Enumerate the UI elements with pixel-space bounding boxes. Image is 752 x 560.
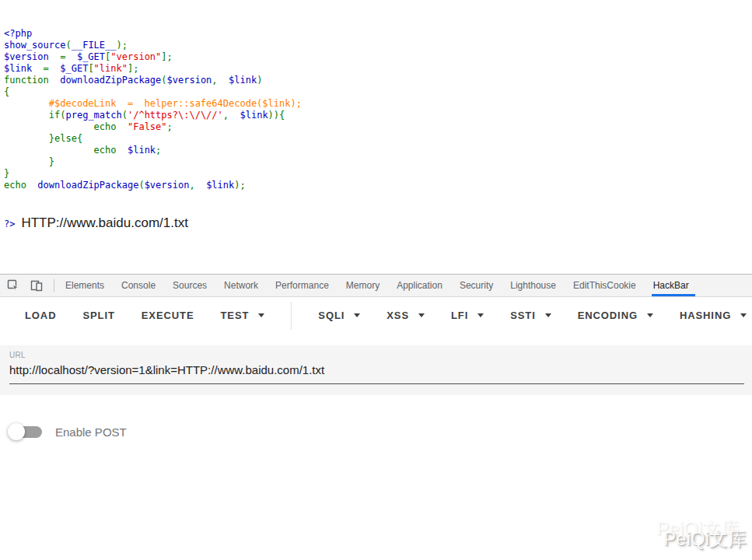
url-input[interactable]: http://localhost/?version=1&link=HTTP://… [9,360,744,384]
button-label: TEST [220,310,249,321]
hackbar-toolbar: LOADSPLITEXECUTETESTSQLIXSSLFISSTIENCODI… [0,297,752,345]
dropdown-caret-icon [418,313,425,317]
hashing-button[interactable]: HASHING [680,310,747,321]
php-code-line: function downloadZipPackage($version, $l… [4,75,752,86]
enable-post-row: Enable POST [8,422,752,441]
devtools-tabs: ElementsConsoleSourcesNetworkPerformance… [65,275,706,296]
tab-memory[interactable]: Memory [346,275,379,296]
dropdown-caret-icon [740,313,747,317]
button-label: LFI [451,310,468,321]
watermark: PeiQi文库 [663,527,747,551]
php-code-line: }else{ [4,133,752,145]
php-output-line: ?> HTTP://www.baidu.com/1.txt [4,217,752,230]
split-button[interactable]: SPLIT [82,310,114,321]
enable-post-toggle[interactable] [8,422,45,441]
tab-hackbar[interactable]: HackBar [653,275,689,296]
button-label: SSTI [510,310,536,321]
url-panel: URL http://localhost/?version=1&link=HTT… [0,345,752,395]
tabbar-separator [54,279,54,292]
dropdown-caret-icon [647,313,653,317]
lfi-button[interactable]: LFI [451,310,484,321]
dropdown-caret-icon [258,313,264,317]
echo-output-text: HTTP://www.baidu.com/1.txt [21,217,187,229]
php-source-view: <?phpshow_source(__FILE__);$version = $_… [0,0,752,274]
dropdown-caret-icon [477,313,484,317]
url-field-label: URL [9,351,744,359]
tab-network[interactable]: Network [224,275,258,296]
dropdown-caret-icon [545,313,551,317]
inspect-icon[interactable] [7,279,19,292]
php-code-line: { [4,86,752,98]
php-code-line: <?php [4,28,752,40]
devtools-panel: ElementsConsoleSourcesNetworkPerformance… [0,274,752,560]
php-code-line: $version = $_GET["version"]; [4,51,752,63]
ssti-button[interactable]: SSTI [510,310,551,321]
button-label: SPLIT [82,310,114,321]
php-code-line: show_source(__FILE__); [4,40,752,51]
php-code-line: } [4,156,752,168]
device-toolbar-icon[interactable] [30,279,43,292]
load-button[interactable]: LOAD [25,310,56,321]
php-close-tag: ?> [4,219,15,230]
tab-lighthouse[interactable]: Lighthouse [510,275,556,296]
php-code-line: } [4,168,752,180]
php-code-line: $link = $_GET["link"]; [4,63,752,75]
toggle-thumb [8,423,25,440]
tab-performance[interactable]: Performance [275,275,329,296]
toolbar-separator [291,302,292,330]
php-code-line: #$decodeLink = helper::safe64Decode($lin… [4,98,752,110]
devtools-tabbar: ElementsConsoleSourcesNetworkPerformance… [0,275,752,297]
tab-editthiscookie[interactable]: EditThisCookie [573,275,636,296]
button-label: HASHING [680,310,731,321]
php-code-block: <?phpshow_source(__FILE__);$version = $_… [4,28,752,191]
enable-post-label: Enable POST [55,425,127,439]
button-label: LOAD [25,310,56,321]
php-code-line: echo downloadZipPackage($version, $link)… [4,180,752,191]
xss-button[interactable]: XSS [386,310,425,321]
tab-application[interactable]: Application [397,275,442,296]
encoding-button[interactable]: ENCODING [578,310,653,321]
button-label: EXECUTE [142,310,194,321]
php-code-line: echo "False"; [4,121,752,133]
tab-console[interactable]: Console [121,275,156,296]
php-code-line: if(preg_match('/^https?\:\/\//', $link))… [4,110,752,121]
sqli-button[interactable]: SQLI [318,310,360,321]
tab-elements[interactable]: Elements [65,275,104,296]
tab-sources[interactable]: Sources [173,275,207,296]
button-label: SQLI [318,310,345,321]
button-label: XSS [386,310,409,321]
execute-button[interactable]: EXECUTE [142,310,194,321]
test-button[interactable]: TEST [220,310,264,321]
tab-security[interactable]: Security [460,275,493,296]
php-code-line: echo $link; [4,145,752,156]
button-label: ENCODING [578,310,638,321]
dropdown-caret-icon [354,313,360,317]
